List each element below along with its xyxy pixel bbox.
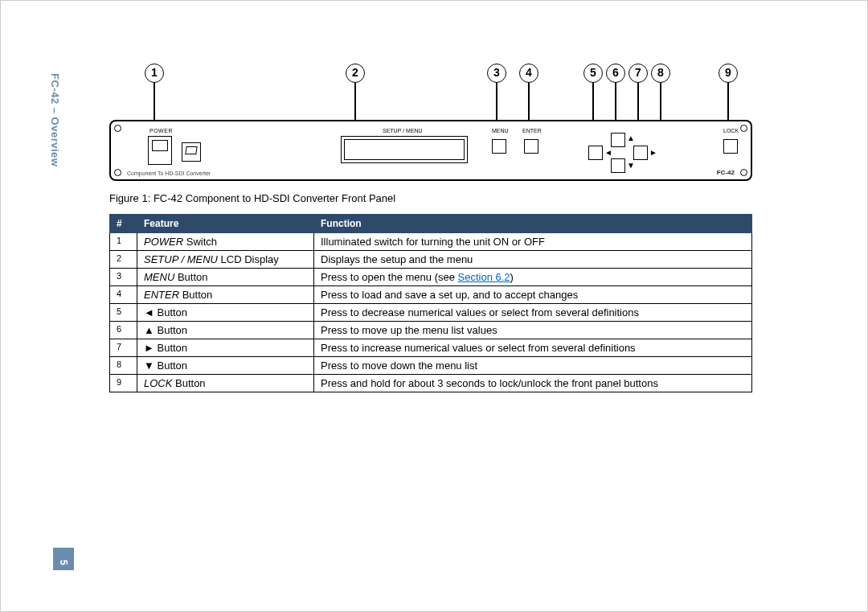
callout-line [496,83,497,125]
table-row: 7 ► Button Press to increase numerical v… [110,339,752,357]
cell-num: 1 [110,233,137,251]
callout-line [354,83,356,125]
arrow-up-icon: ▲ [144,324,154,336]
callout-row: 1 2 3 4 5 6 7 8 9 [109,64,752,120]
enter-button-icon [524,139,538,154]
arrow-right-icon: ► [144,342,154,354]
table-row: 2 SETUP / MENU LCD Display Displays the … [110,251,752,269]
cell-function: Press to open the menu (see Section 6.2) [314,269,752,286]
table-row: 5 ◄ Button Press to decrease numerical v… [110,304,752,322]
callout-2: 2 [346,64,365,83]
table-row: 8 ▼ Button Press to move down the menu l… [110,357,752,375]
section-link[interactable]: Section 6.2 [458,271,510,283]
menu-label: MENU [492,128,509,133]
figure-caption: Figure 1: FC-42 Component to HD-SDI Conv… [109,192,833,204]
screw-icon [740,125,747,132]
table-row: 9 LOCK Button Press and hold for about 3… [110,375,752,392]
callout-3: 3 [487,64,506,83]
col-num: # [110,215,137,233]
table-row: 1 POWER Switch Illuminated switch for tu… [110,233,752,251]
device-front-panel: POWER Component To HD-SDI Converter FC-4… [109,120,752,181]
callout-line [637,83,639,125]
cell-feature: SETUP / MENU LCD Display [137,251,314,269]
page-header-side: FC-42 – Overview [49,73,61,166]
page-content: 1 2 3 4 5 6 7 8 9 POWER Component To HD-… [109,64,833,392]
cell-num: 5 [110,304,137,322]
lock-button-icon [723,139,738,154]
cell-num: 8 [110,357,137,375]
cell-feature: ▲ Button [137,322,314,339]
table-row: 3 MENU Button Press to open the menu (se… [110,269,752,286]
cell-num: 2 [110,251,137,269]
callout-line [727,83,729,125]
arrow-left-icon: ◄ [604,149,612,157]
feature-table: # Feature Function 1 POWER Switch Illumi… [109,214,752,392]
cell-feature: ▼ Button [137,357,314,375]
cell-num: 6 [110,322,137,339]
cell-feature: MENU Button [137,269,314,286]
arrow-down-icon: ▼ [144,359,154,372]
callout-4: 4 [519,64,538,83]
cell-function: Press to move down the menu list [314,357,752,375]
up-button-icon [611,133,625,147]
power-label: POWER [149,128,173,133]
cell-feature: ► Button [137,339,314,357]
cell-num: 9 [110,375,137,392]
table-row: 6 ▲ Button Press to move up the menu lis… [110,322,752,339]
arrow-right-icon: ► [649,149,657,157]
down-button-icon [611,158,625,173]
arrow-down-icon: ▼ [627,162,635,170]
callout-line [528,83,530,125]
cell-feature: ◄ Button [137,304,314,322]
enter-label: ENTER [522,128,542,133]
cell-feature: POWER Switch [137,233,314,251]
cell-function: Press to decrease numerical values or se… [314,304,752,322]
cell-function: Illuminated switch for turning the unit … [314,233,752,251]
callout-line [592,83,594,125]
callout-line [615,83,616,125]
power-switch [148,136,172,165]
cell-feature: LOCK Button [137,375,314,392]
callout-1: 1 [145,64,164,83]
callout-line [660,83,661,125]
col-function: Function [314,215,752,233]
left-button-icon [588,146,603,160]
callout-5: 5 [583,64,603,83]
callout-6: 6 [606,64,625,83]
page-number: 5 [53,548,74,570]
panel-subtitle: Component To HD-SDI Converter [127,170,211,176]
cell-num: 4 [110,286,137,304]
col-feature: Feature [137,215,314,233]
lock-label: LOCK [723,128,739,133]
cell-feature: ENTER Button [137,286,314,304]
cell-function: Press and hold for about 3 seconds to lo… [314,375,752,392]
cell-num: 7 [110,339,137,357]
screw-icon [114,169,121,176]
menu-button-icon [492,139,506,154]
brand-logo [182,142,201,162]
cell-function: Press to load and save a set up, and to … [314,286,752,304]
cell-num: 3 [110,269,137,286]
table-row: 4 ENTER Button Press to load and save a … [110,286,752,304]
right-button-icon [633,146,648,160]
arrow-up-icon: ▲ [627,134,635,142]
callout-7: 7 [628,64,648,83]
screw-icon [740,169,747,176]
cell-function: Press to move up the menu list values [314,322,752,339]
panel-model: FC-42 [717,169,735,176]
screw-icon [114,125,121,132]
lcd-label: SETUP / MENU [383,128,423,133]
lcd-display [341,136,468,163]
callout-9: 9 [719,64,738,83]
arrow-left-icon: ◄ [144,306,154,318]
callout-8: 8 [651,64,670,83]
cell-function: Press to increase numerical values or se… [314,339,752,357]
cell-function: Displays the setup and the menu [314,251,752,269]
callout-line [154,83,155,125]
